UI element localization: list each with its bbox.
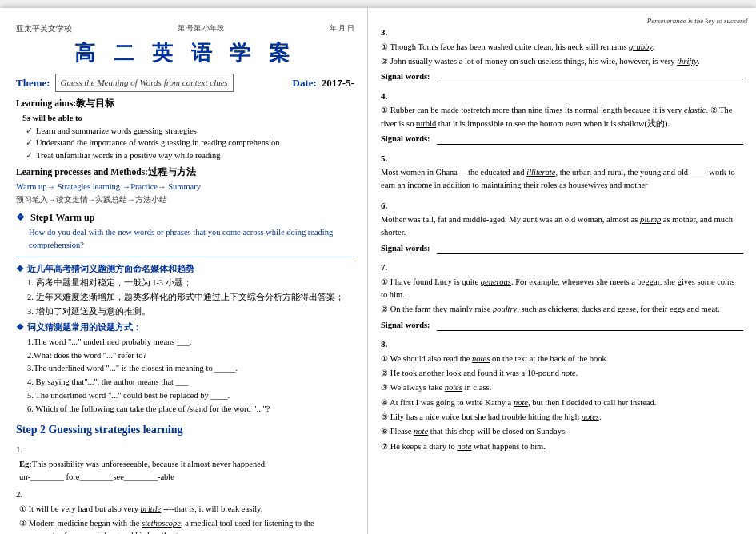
word-turbid: turbid	[416, 119, 436, 128]
analysis-title-text: 近几年高考猜词义题测方面命名媒体和趋势	[27, 262, 194, 276]
r-circle-12: ⑥	[381, 425, 388, 438]
date-label: Date:	[293, 75, 317, 91]
r-circle-4: ②	[710, 104, 718, 117]
example2-p2: ② Modern medicine began with the stethos…	[19, 517, 354, 535]
strategy-2: 2.What does the word "..." refer to?	[27, 349, 354, 362]
word-illiterate: illiterate	[526, 168, 555, 177]
analysis-list: 1. 高考中题量相对稳定，一般为 1-3 小题； 2. 近年来难度逐渐增加，题类…	[27, 277, 354, 317]
word-generous: generous	[481, 277, 511, 286]
step2-title: Step 2 Guessing strategies learning	[16, 421, 354, 438]
section8-p1: ① We should also read the notes on the t…	[381, 353, 743, 365]
section5-num: 5.	[381, 152, 743, 165]
section3-p1: ① Though Tom's face has been washed quit…	[381, 41, 743, 54]
section4-num-text: 4.	[381, 91, 387, 101]
aim-text-3: Treat unfamiliar words in a positive way…	[36, 149, 221, 162]
signal-label-3: Signal words:	[381, 70, 430, 83]
section7-p1: ① I have found Lucy is quite generous. F…	[381, 276, 743, 302]
diamond-icon-3: ❖	[16, 321, 24, 334]
word-note-2: note	[514, 398, 528, 407]
signal-row-4: Signal words:	[381, 133, 743, 145]
word-elastic: elastic	[684, 106, 706, 114]
date-right: 年 月 日	[330, 23, 355, 34]
strategy-3: 3.The underlined word "..." is the close…	[27, 362, 354, 375]
date-value: 2017-5-	[322, 75, 354, 91]
circle-2: ②	[19, 517, 26, 529]
checkmark-2: ✓	[26, 137, 33, 149]
signal-label-7: Signal words:	[381, 319, 430, 332]
learning-processes-title: Learning processes and Methods:过程与方法	[16, 165, 354, 179]
aim-text-1: Learn and summarize words guessing strat…	[36, 125, 197, 137]
process-flow-text: Warm up→ Strategies learning →Practice→ …	[16, 182, 201, 191]
example2-text2: Modern medicine began with the stethosco…	[19, 519, 314, 535]
word-note-3: note	[414, 427, 428, 436]
school-name: 亚太平英文学校	[16, 22, 72, 34]
signal-blank-3	[437, 71, 743, 82]
section-divider-1	[16, 257, 354, 257]
r-circle-2: ②	[381, 55, 388, 68]
r-circle-8: ②	[381, 367, 388, 380]
r-circle-1: ①	[381, 41, 388, 54]
section7-num: 7.	[381, 261, 743, 274]
r-circle-10: ④	[381, 397, 388, 409]
section6-p1: Mother was tall, fat and middle-aged. My…	[381, 213, 743, 240]
word-poultry: poultry	[493, 305, 517, 313]
strategy-5: 5. The underlined word "..." could best …	[27, 389, 354, 402]
example1-num: 1.	[16, 443, 354, 456]
r-circle-7: ①	[381, 353, 388, 365]
signal-row-6: Signal words:	[381, 242, 743, 255]
blank-text: un-________ fore________see________-able	[19, 472, 174, 481]
analysis-item-1: 1. 高考中题量相对稳定，一般为 1-3 小题；	[27, 277, 354, 289]
left-column: 亚太平英文学校 第 号第 小年段 年 月 日 高 二 英 语 学 案 Theme…	[0, 8, 368, 534]
signal-blank-7	[437, 320, 743, 331]
main-title: 高 二 英 语 学 案	[16, 38, 354, 69]
section4-num: 4.	[381, 90, 743, 103]
theme-value: Guess the Meaning of Words from context …	[55, 74, 234, 92]
analysis-item-3: 3. 增加了对延送及与意的推测。	[27, 305, 354, 318]
strategy-4: 4. By saying that"...", the author means…	[27, 376, 354, 389]
blank-fields: 第 号第 小年段	[178, 23, 225, 34]
circle-1: ①	[19, 503, 26, 515]
word-note-1: note	[562, 369, 576, 377]
word-grubby: grubby	[629, 42, 653, 51]
word-notes-1: notes	[472, 354, 490, 363]
word-notes-2: notes	[445, 383, 462, 392]
strategies-title: ❖ 词义猜测题常用的设题方式：	[16, 321, 354, 334]
signal-label-4: Signal words:	[381, 133, 430, 145]
example1-blanks: un-________ fore________see________-able	[19, 471, 354, 484]
strategy-1: 1.The word "..." underlined probably mea…	[27, 336, 354, 349]
section3-p2: ② John usually wastes a lot of money on …	[381, 55, 743, 68]
word-thrifty: thrifty	[677, 57, 698, 66]
example1-eg: Eg:This possibility was unforeseeable, b…	[19, 458, 354, 471]
analysis-title: ❖ 近几年高考猜词义题测方面命名媒体和趋势	[16, 262, 354, 276]
r-circle-5: ①	[381, 276, 388, 289]
theme-label: Theme:	[16, 75, 50, 91]
right-column: Perseverance is the key to success! 3. ①…	[368, 8, 756, 534]
aim-item-1: ✓ Learn and summarize words guessing str…	[26, 125, 354, 137]
signal-label-6: Signal words:	[381, 242, 430, 255]
aim-item-3: ✓ Treat unfamiliar words in a positive w…	[26, 149, 354, 162]
word-note-4: note	[457, 442, 471, 451]
example2-p1: ① It will be very hard but also very bri…	[19, 503, 354, 516]
section7-num-text: 7.	[381, 262, 387, 272]
section7-p2: ② On the farm they mainly raise poultry,…	[381, 303, 743, 316]
aim-text-2: Understand the importance of words guess…	[36, 137, 279, 149]
section8-p7: ⑦ He keeps a diary to note what happens …	[381, 440, 743, 453]
page: 亚太平英文学校 第 号第 小年段 年 月 日 高 二 英 语 学 案 Theme…	[0, 8, 756, 534]
section3-num: 3.	[381, 26, 743, 39]
word-plump: plump	[640, 215, 661, 224]
ss-will: Ss will be able to	[22, 112, 354, 125]
analysis-item-2: 2. 近年来难度逐渐增加，题类多样化的形式中通过上下文综合分析方能得出答案；	[27, 291, 354, 304]
perseverance-quote: Perseverance is the key to success!	[647, 16, 748, 27]
diamond-icon: ❖	[16, 212, 25, 223]
theme-date-row: Theme: Guess the Meaning of Words from c…	[16, 74, 354, 92]
section8-p6: ⑥ Please note that this shop will be clo…	[381, 425, 743, 438]
aim-item-2: ✓ Understand the importance of words gue…	[26, 137, 354, 149]
checkmark-1: ✓	[26, 125, 33, 137]
section8-p2: ② He took another look and found it was …	[381, 367, 743, 380]
signal-blank-6	[437, 243, 743, 254]
process-flow: Warm up→ Strategies learning →Practice→ …	[16, 181, 354, 193]
warmup-question-text: How do you deal with the new words or ph…	[29, 228, 333, 249]
example1-text: This possibility was unforeseeable, beca…	[32, 460, 267, 468]
warmup-question: How do you deal with the new words or ph…	[29, 226, 354, 252]
section6-num-text: 6.	[381, 201, 387, 210]
